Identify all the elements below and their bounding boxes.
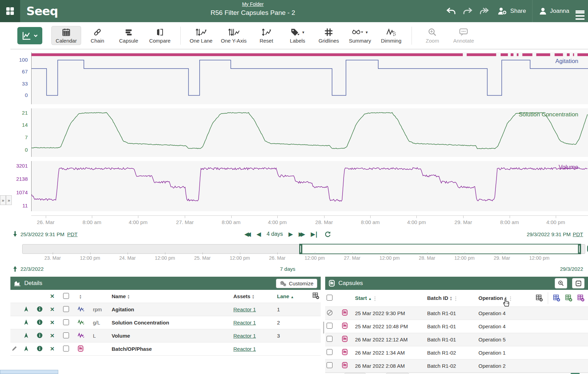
capsules-select-all-checkbox[interactable] <box>327 295 332 301</box>
asset-link[interactable]: Reactor 1 <box>233 346 256 352</box>
add-signal-column-icon[interactable] <box>553 294 560 302</box>
row-checkbox[interactable] <box>63 306 69 312</box>
lane-volume[interactable]: 32012138107411Volume <box>10 161 588 211</box>
start-column-menu-icon[interactable] <box>374 296 375 301</box>
sort-start-asc-icon[interactable]: ▲ <box>368 297 372 301</box>
tool-one-lane[interactable]: One Lane <box>186 26 216 45</box>
pin-icon[interactable] <box>24 306 29 312</box>
seeq-logo[interactable]: Seeq <box>26 4 58 18</box>
capsules-col-start[interactable]: Start <box>355 295 367 301</box>
details-col-name[interactable]: Name <box>112 293 126 299</box>
range-start-date[interactable]: 25/3/2022 9:31 PM <box>20 231 64 237</box>
redo-all-button[interactable] <box>479 7 491 15</box>
lane-agitation[interactable]: 10067330Agitation <box>10 52 588 104</box>
tool-one-y-axis[interactable]: One Y-Axis <box>217 26 250 45</box>
add-column-dark-icon[interactable] <box>536 294 543 302</box>
info-icon[interactable] <box>37 306 43 312</box>
tool-summary[interactable]: ▼Summary <box>345 26 375 45</box>
remove-item-icon[interactable]: ✕ <box>50 306 54 312</box>
user-menu[interactable]: Joanna <box>539 7 569 15</box>
capsule-row-5[interactable]: 26 Mar 2022 2:08 AMBatch R1-02Operation … <box>325 359 588 372</box>
expand-panel-chevrons-icon[interactable]: » <box>0 195 6 205</box>
timeline-left-handle[interactable] <box>299 244 302 254</box>
capsule-checkbox[interactable] <box>327 349 332 355</box>
view-switcher-button[interactable] <box>17 27 42 44</box>
step-forward-large-button[interactable]: ▶▶ <box>299 231 305 238</box>
tool-dimming[interactable]: Dimming <box>376 26 406 45</box>
tool-compare[interactable]: Compare <box>145 26 175 45</box>
row-checkbox[interactable] <box>63 346 69 351</box>
remove-item-icon[interactable]: ✕ <box>50 346 54 352</box>
timeline-start-date[interactable]: 22/3/2022 <box>20 266 44 272</box>
range-end-date[interactable]: 29/3/2022 9:31 PM <box>527 231 571 237</box>
undo-button[interactable] <box>446 7 456 15</box>
capsules-col-batch[interactable]: Batch ID <box>427 295 448 301</box>
operation-column-menu-icon[interactable] <box>510 296 511 301</box>
pin-icon[interactable] <box>24 346 29 351</box>
add-column-icon[interactable] <box>312 292 319 299</box>
timeline-track[interactable] <box>22 244 585 254</box>
sort-batch-icon[interactable]: ▲▼ <box>450 296 452 301</box>
sort-lane-asc-icon[interactable]: ▲ <box>291 295 294 299</box>
tool-labels[interactable]: ▼Labels <box>283 26 312 45</box>
tool-reset[interactable]: Reset <box>251 26 281 45</box>
info-icon[interactable] <box>37 319 43 325</box>
tool-calendar[interactable]: Calendar <box>51 26 81 45</box>
remove-all-icon[interactable]: ✕ <box>50 293 54 299</box>
timeline-end-date[interactable]: 29/3/2022 <box>560 266 583 272</box>
asset-link[interactable]: Reactor 1 <box>233 320 256 326</box>
row-checkbox[interactable] <box>63 332 69 338</box>
share-button[interactable]: Share <box>497 7 526 15</box>
tool-gridlines[interactable]: Gridlines <box>314 26 344 45</box>
step-back-button[interactable]: ◀ <box>257 231 261 238</box>
breadcrumb-my-folder[interactable]: My Folder <box>210 1 295 7</box>
series-label-volume[interactable]: Volume <box>559 164 578 171</box>
tool-capsule[interactable]: Capsule <box>114 26 144 45</box>
redo-button[interactable] <box>462 7 473 15</box>
lane-solution-concentration[interactable]: 211470Solution Concentration <box>10 108 588 157</box>
capsules-col-operation[interactable]: Operation <box>478 295 503 301</box>
series-label-solution-concentration[interactable]: Solution Concentration <box>519 111 578 118</box>
select-all-checkbox[interactable] <box>63 293 69 299</box>
capsule-checkbox[interactable] <box>327 362 332 368</box>
panel-splitter[interactable] <box>321 277 325 374</box>
customize-button[interactable]: Customize <box>276 279 317 288</box>
edit-pencil-icon[interactable] <box>12 346 17 351</box>
sort-operation-icon[interactable]: ▲▼ <box>504 296 507 301</box>
step-back-large-button[interactable]: ◀◀ <box>244 231 251 238</box>
details-row-solution-concentration[interactable]: ✕g/LSolution ConcentrationReactor 12 <box>10 316 321 329</box>
capsule-checkbox[interactable] <box>327 336 332 342</box>
series-label-agitation[interactable]: Agitation <box>555 58 578 65</box>
asset-link[interactable]: Reactor 1 <box>233 333 256 339</box>
timeline-selection[interactable] <box>299 244 581 254</box>
add-condition-column-icon[interactable] <box>565 294 572 302</box>
details-col-assets[interactable]: Assets <box>233 293 250 299</box>
pin-icon[interactable] <box>24 332 29 338</box>
remove-item-icon[interactable]: ✕ <box>50 333 54 339</box>
capsule-row-1[interactable]: 25 Mar 2022 9:30 PMBatch R1-01Operation … <box>325 306 588 320</box>
capsules-zoom-button[interactable] <box>555 278 567 288</box>
sort-name-icon[interactable]: ▲▼ <box>127 294 130 299</box>
item-name[interactable]: Agitation <box>112 306 134 312</box>
capsule-checkbox[interactable] <box>327 323 332 329</box>
add-capsule-column-icon[interactable] <box>577 294 585 302</box>
range-end-timezone[interactable]: PDT <box>573 231 583 237</box>
details-row-batch-op-phase[interactable]: ✕Batch/OP/PhaseReactor 1 <box>10 342 321 356</box>
capsule-row-2[interactable]: 25 Mar 2022 10:48 PMBatch R1-01Operation… <box>325 320 588 333</box>
sort-icon[interactable]: ▲▼ <box>79 294 82 299</box>
step-forward-button[interactable]: ▶ <box>288 231 293 238</box>
details-row-agitation[interactable]: ✕rpmAgitationReactor 11 <box>10 303 321 316</box>
row-checkbox[interactable] <box>63 319 69 325</box>
step-to-end-button[interactable]: ▶❘ <box>311 231 319 238</box>
item-name[interactable]: Batch/OP/Phase <box>112 346 152 352</box>
asset-link[interactable]: Reactor 1 <box>233 306 256 312</box>
info-icon[interactable] <box>37 346 43 351</box>
batch-column-menu-icon[interactable] <box>455 296 456 301</box>
sort-assets-icon[interactable]: ▲▼ <box>252 294 254 299</box>
timeline-span[interactable]: 7 days <box>280 266 295 272</box>
capsule-row-3[interactable]: 26 Mar 2022 12:12 AMBatch R1-01Operation… <box>325 333 588 346</box>
capsules-collapse-button[interactable] <box>572 278 585 288</box>
item-name[interactable]: Solution Concentration <box>112 320 169 326</box>
pin-icon[interactable] <box>24 319 29 325</box>
excluded-icon[interactable] <box>327 310 333 316</box>
